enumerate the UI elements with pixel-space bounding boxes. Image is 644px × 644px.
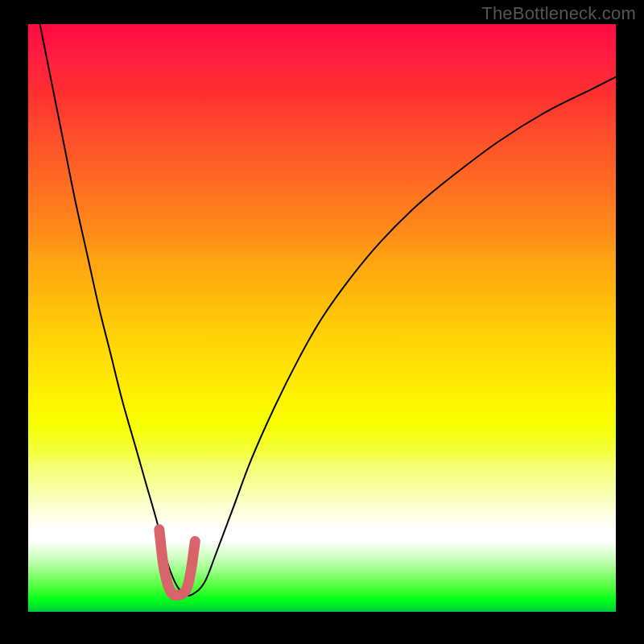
attribution-text: TheBottleneck.com — [481, 3, 636, 24]
chart-frame: TheBottleneck.com — [0, 0, 644, 644]
curve-layer — [28, 24, 616, 612]
plot-area — [28, 24, 616, 612]
bottleneck-curve — [40, 24, 616, 596]
